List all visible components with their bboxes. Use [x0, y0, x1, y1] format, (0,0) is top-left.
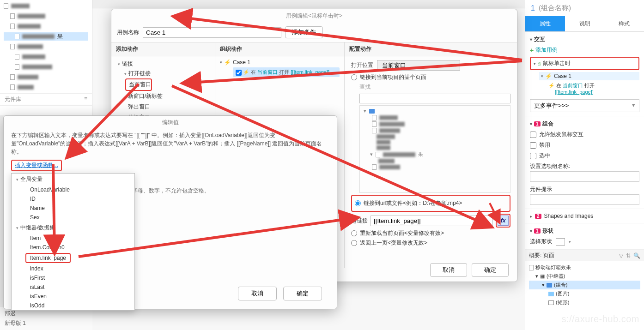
org-action[interactable]: ⚡ 在 当前窗口 打开 [[Item.link_page]] [233, 67, 340, 77]
vd-index[interactable]: index [12, 264, 134, 273]
main-ok-button[interactable]: 确定 [472, 263, 509, 277]
interaction-header[interactable]: 交互 [530, 36, 639, 43]
ev-cancel-button[interactable]: 取消 [238, 287, 277, 300]
vd-onload[interactable]: OnLoadVariable [12, 185, 134, 194]
radio-url[interactable] [355, 200, 361, 206]
chk-selected-label: 选中 [539, 152, 550, 160]
outline-search-icon[interactable]: 🔍 [633, 252, 640, 259]
tab-notes[interactable]: 说明 [565, 16, 605, 31]
case-name-label: Case 1 [554, 73, 571, 79]
radio-reload[interactable] [351, 230, 357, 236]
watermark: s://axure-hub.com [561, 314, 639, 324]
vd-iseven[interactable]: isEven [12, 292, 134, 301]
vd-group-repeater[interactable]: 中继器/数据集 [12, 222, 134, 234]
insert-variable-link[interactable]: 插入变量或函数... [15, 162, 58, 168]
event-onclick[interactable]: ▾ ⎋ 鼠标单击时 [530, 57, 639, 70]
chk-allow-mouse[interactable] [530, 132, 536, 138]
fx-button[interactable]: fx [498, 216, 509, 226]
chk-disabled-label: 禁用 [539, 141, 550, 149]
vd-group-globals[interactable]: 全局变量 [12, 174, 134, 185]
selection-group-input[interactable] [530, 171, 639, 182]
shape-header[interactable]: 1形状 [530, 227, 639, 235]
action-new-window[interactable]: 新窗口/新标签 [111, 91, 215, 102]
configure-action-header: 配置动作 [345, 42, 517, 56]
chk-allow-mouse-row: 允许触发鼠标交互 [530, 131, 639, 138]
outline-item-page[interactable]: 移动端灯箱效果 [529, 263, 640, 272]
vd-column0[interactable]: Item.Column0 [12, 243, 134, 252]
page-search-input[interactable] [359, 94, 510, 103]
vd-islast[interactable]: isLast [12, 282, 134, 292]
radio-url-highlight: 链接到url或文件<例如：D:\苍老师.mp4> [351, 195, 510, 212]
org-action-checkbox[interactable] [236, 70, 242, 76]
action-open-link[interactable]: 打开链接 [111, 69, 215, 78]
shape-section: 1形状 选择形状 ▾ [525, 223, 644, 250]
org-case[interactable]: ▾ ⚡ Case 1 [220, 59, 340, 66]
outline-sort-icon[interactable]: ⇅ [626, 252, 631, 259]
action-open: 打开 [584, 83, 595, 88]
chk-allow-mouse-label: 允许触发鼠标交互 [539, 131, 583, 138]
open-location-label: 打开位置 [351, 61, 373, 69]
radio-url-label: 链接到url或文件<例如：D:\苍老师.mp4> [364, 199, 462, 207]
outline-item-group[interactable]: ▾(组合) [529, 281, 640, 289]
vd-item[interactable]: Item [12, 234, 134, 243]
folder-icon [369, 109, 375, 114]
widget-hint-input[interactable] [530, 194, 639, 205]
vd-link-page[interactable]: Item.link_page [25, 253, 71, 263]
shapes-images-header[interactable]: ▸ 2 Shapes and Images [530, 213, 639, 219]
widget-hint-label: 元件提示 [530, 186, 639, 193]
url-input[interactable] [371, 216, 493, 226]
open-location-select[interactable]: 当前窗口 [377, 60, 460, 71]
radio-link-page[interactable] [351, 74, 357, 80]
chk-selected-row: 选中 [530, 152, 639, 160]
shapes-images-section: ▸ 2 Shapes and Images [525, 209, 644, 223]
shape-dropdown-icon[interactable]: ▾ [569, 240, 571, 244]
radio-back[interactable] [351, 240, 357, 246]
vd-sex[interactable]: Sex [12, 213, 134, 222]
ev-title: 编辑值 [4, 116, 337, 129]
outline-item-rect[interactable]: (矩形) [529, 298, 640, 307]
dialog-title: 用例编辑<鼠标单击时> [111, 9, 517, 23]
vd-id[interactable]: ID [12, 194, 134, 204]
action-popup-window[interactable]: 弹出窗口 [111, 102, 215, 112]
more-events-dropdown[interactable]: 更多事件>>> [530, 99, 639, 112]
case-name-input[interactable] [143, 27, 281, 38]
case-action[interactable]: ⚡ 在 当前窗口 打开 [[Item.link_page]] [548, 82, 639, 95]
search-label: 查找 [359, 83, 510, 91]
case-item[interactable]: ▾ ⚡ Case 1 [539, 72, 639, 80]
radio-back-label: 返回上一页<变量修改无效> [360, 239, 427, 247]
shapes-images-label: Shapes and Images [544, 213, 594, 219]
folder-icon [547, 283, 552, 288]
main-cancel-button[interactable]: 取消 [430, 263, 467, 277]
add-case-link[interactable]: 添加用例 [530, 46, 639, 54]
action-current-window[interactable]: 当前窗口 [125, 78, 152, 91]
vd-isfirst[interactable]: isFirst [12, 273, 134, 282]
vd-isodd[interactable]: isOdd [12, 301, 134, 310]
chk-disabled[interactable] [530, 142, 536, 149]
chk-selected[interactable] [530, 153, 536, 159]
group-header[interactable]: 1组合 [530, 120, 639, 128]
shape-preview[interactable] [556, 238, 565, 246]
ev-description: 在下方编辑区输入文本，变量名称或表达式要写在 "[[ ""]]" 中。例如：插入… [4, 129, 337, 159]
ev-ok-button[interactable]: 确定 [283, 287, 322, 300]
add-condition-button[interactable]: 添加条件 [285, 26, 323, 38]
shape-header-label: 形状 [542, 227, 553, 235]
page-tree[interactable]: ▾ ▾果 [359, 105, 510, 193]
event-icon: ⎋ [538, 60, 541, 67]
action-icon: ⚡ [548, 83, 555, 88]
action-group-link[interactable]: 链接 [111, 59, 215, 69]
group-section: 1组合 允许触发鼠标交互 禁用 选中 设置选项组名称: 元件提示 [525, 116, 644, 209]
repeater-icon: ▦ [540, 273, 545, 279]
outline-item-image[interactable]: (图片) [529, 289, 640, 298]
chk-disabled-row: 禁用 [530, 141, 639, 149]
image-icon [548, 292, 554, 296]
case-name-label: 用例名称 [117, 29, 139, 36]
vd-name[interactable]: Name [12, 204, 134, 213]
outline-item-repeater[interactable]: ▾▦(中继器) [529, 272, 640, 281]
tab-style[interactable]: 样式 [604, 16, 644, 31]
tab-properties[interactable]: 属性 [525, 16, 565, 31]
fx-button-highlight: fx [496, 214, 510, 228]
outline-filter-icon[interactable]: ▽ [619, 252, 623, 259]
group-header-label: 组合 [542, 120, 553, 128]
case-icon: ⚡ [545, 73, 552, 79]
library-menu-icon[interactable]: ≡ [84, 96, 87, 103]
